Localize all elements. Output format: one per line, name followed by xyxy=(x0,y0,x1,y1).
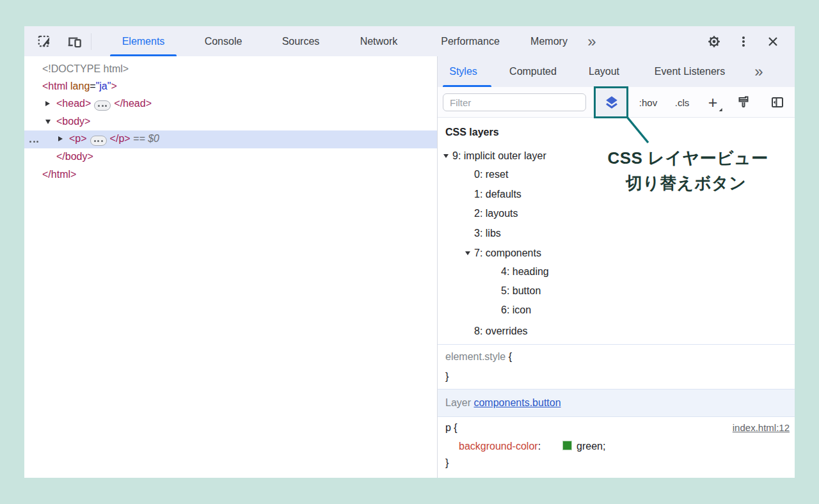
styles-toolbar: :hov .cls + xyxy=(438,87,795,118)
expand-arrow-icon[interactable] xyxy=(465,251,470,255)
element-classes-button[interactable]: .cls xyxy=(675,97,690,107)
elements-dom-tree: <!DOCTYPE html><html lang="ja"><head></h… xyxy=(24,56,437,478)
device-toolbar-icon[interactable] xyxy=(67,33,83,50)
collapsed-content-ellipsis[interactable] xyxy=(94,100,111,111)
dom-tree-row[interactable]: </html> xyxy=(24,166,437,184)
toolbar-separator xyxy=(91,33,91,50)
rule-source-link[interactable]: index.html:12 xyxy=(733,422,790,433)
layer-label: Layer xyxy=(445,397,473,408)
rule-close-brace: } xyxy=(445,457,449,469)
css-property-value: green xyxy=(576,441,603,452)
inspect-element-icon[interactable] xyxy=(36,33,53,50)
css-layers-toggle-button[interactable] xyxy=(594,86,629,118)
toggle-element-state-button[interactable]: :hov xyxy=(639,97,657,107)
css-layer-item[interactable]: 7: components xyxy=(438,244,795,263)
css-property-name: background-color xyxy=(459,441,538,452)
css-layer-item[interactable]: 5: button xyxy=(438,281,795,301)
annotation-text-line2: 切り替えボタン xyxy=(626,172,747,194)
styles-tab-strip: StylesComputedLayoutEvent Listeners » xyxy=(438,56,795,87)
expand-arrow-icon[interactable] xyxy=(443,154,449,158)
plus-icon: + xyxy=(708,96,718,109)
css-layers-title: CSS layers xyxy=(445,127,499,138)
styles-sidebar: StylesComputedLayoutEvent Listeners » :h… xyxy=(437,56,795,478)
more-tabs-icon[interactable]: » xyxy=(587,26,596,56)
dom-tree-row[interactable]: <html lang="ja"> xyxy=(24,78,437,96)
sidebar-toggle-icon[interactable] xyxy=(770,95,785,110)
settings-gear-icon[interactable] xyxy=(706,34,722,49)
layers-icon xyxy=(603,93,621,111)
more-styles-tabs-icon[interactable]: » xyxy=(754,56,763,87)
main-tab-sources[interactable]: Sources xyxy=(282,26,320,56)
main-tab-network[interactable]: Network xyxy=(360,26,398,56)
css-layer-item[interactable]: 4: heading xyxy=(438,262,795,281)
rule-selector[interactable]: p { xyxy=(445,422,457,434)
dom-tree-row[interactable]: <p></p> == $0 xyxy=(24,130,437,148)
css-layer-item[interactable]: 8: overrides xyxy=(438,322,795,341)
collapse-arrow-icon[interactable] xyxy=(58,136,63,141)
css-layer-item[interactable]: 2: layouts xyxy=(438,204,795,223)
styles-filter-input[interactable] xyxy=(443,93,586,111)
close-icon[interactable] xyxy=(767,35,779,48)
main-tab-memory[interactable]: Memory xyxy=(530,26,568,56)
main-tab-elements[interactable]: Elements xyxy=(122,26,165,56)
styles-tab-layout[interactable]: Layout xyxy=(589,56,619,87)
layer-link[interactable]: components.button xyxy=(473,397,561,408)
styles-tab-computed[interactable]: Computed xyxy=(509,56,557,87)
styles-tab-event-listeners[interactable]: Event Listeners xyxy=(655,56,725,87)
devtools-main-toolbar: ElementsConsoleSourcesNetworkPerformance… xyxy=(24,26,795,57)
main-tab-console[interactable]: Console xyxy=(205,26,243,56)
dom-tree-row[interactable]: <body> xyxy=(24,113,437,131)
main-tab-performance[interactable]: Performance xyxy=(441,26,500,56)
styles-tab-styles[interactable]: Styles xyxy=(449,56,477,87)
layer-bar: Layer components.button xyxy=(438,389,795,417)
css-layer-item[interactable]: 3: libs xyxy=(438,224,795,243)
collapsed-content-ellipsis[interactable] xyxy=(90,136,107,146)
dom-tree-row[interactable]: <head></head> xyxy=(24,95,437,113)
new-style-rule-button[interactable]: + xyxy=(708,96,718,109)
annotation-text-line1: CSS レイヤービュー xyxy=(607,147,768,169)
css-declaration[interactable]: background-color:green; xyxy=(459,441,605,452)
element-style-close-brace: } xyxy=(445,371,449,382)
dom-tree-row[interactable]: </body> xyxy=(24,148,437,166)
collapse-arrow-icon[interactable] xyxy=(45,101,50,106)
css-layer-item[interactable]: 6: icon xyxy=(438,301,795,320)
expand-arrow-icon[interactable] xyxy=(45,120,51,124)
more-menu-icon[interactable] xyxy=(737,35,750,48)
section-divider xyxy=(438,344,795,345)
color-swatch[interactable] xyxy=(562,441,572,450)
dom-tree-row[interactable]: <!DOCTYPE html> xyxy=(24,60,437,78)
devtools-window: ElementsConsoleSourcesNetworkPerformance… xyxy=(24,26,795,478)
brush-icon[interactable] xyxy=(736,95,751,110)
element-style-section[interactable]: element.style { xyxy=(445,351,512,363)
row-menu-dots-icon[interactable] xyxy=(29,134,38,145)
